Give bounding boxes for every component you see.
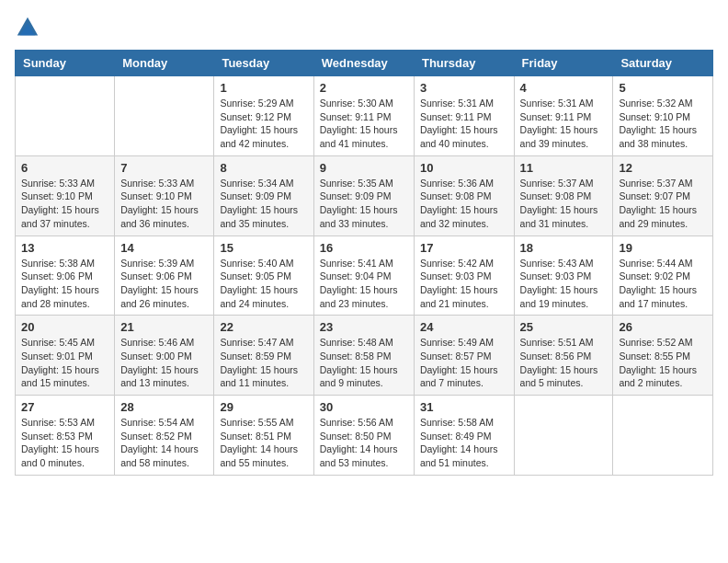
sunset-label: Sunset: 9:06 PM [120,270,192,282]
weekday-header: Sunday [16,51,115,76]
sunrise-label: Sunrise: 5:31 AM [520,98,594,109]
sunset-label: Sunset: 9:10 PM [120,190,192,201]
sunrise-label: Sunrise: 5:58 AM [420,417,494,428]
calendar-cell: 21 Sunrise: 5:46 AM Sunset: 9:00 PM Dayl… [115,316,214,396]
day-number: 4 [520,81,608,95]
day-info: Sunrise: 5:41 AM Sunset: 9:04 PM Dayligh… [320,257,408,311]
day-number: 20 [21,320,108,334]
daylight-label: Daylight: 15 hours and 40 minutes. [420,124,498,149]
day-number: 18 [520,241,608,255]
daylight-label: Daylight: 15 hours and 29 minutes. [619,204,697,229]
calendar-cell: 25 Sunrise: 5:51 AM Sunset: 8:56 PM Dayl… [514,316,613,396]
daylight-label: Daylight: 14 hours and 53 minutes. [320,443,398,468]
calendar-cell: 17 Sunrise: 5:42 AM Sunset: 9:03 PM Dayl… [414,236,514,316]
day-info: Sunrise: 5:56 AM Sunset: 8:50 PM Dayligh… [320,416,408,470]
calendar-cell: 9 Sunrise: 5:35 AM Sunset: 9:09 PM Dayli… [313,155,414,236]
sunrise-label: Sunrise: 5:51 AM [520,337,594,348]
daylight-label: Daylight: 15 hours and 26 minutes. [120,284,199,309]
sunset-label: Sunset: 8:52 PM [120,431,192,442]
day-info: Sunrise: 5:37 AM Sunset: 9:08 PM Dayligh… [520,177,608,231]
calendar-cell: 24 Sunrise: 5:49 AM Sunset: 8:57 PM Dayl… [414,316,514,396]
weekday-header: Monday [115,51,214,76]
sunset-label: Sunset: 9:09 PM [220,190,291,201]
daylight-label: Daylight: 15 hours and 33 minutes. [320,204,398,229]
weekday-header: Tuesday [214,51,313,76]
day-info: Sunrise: 5:52 AM Sunset: 8:55 PM Dayligh… [619,336,707,390]
daylight-label: Daylight: 15 hours and 19 minutes. [520,284,598,309]
calendar-cell: 27 Sunrise: 5:53 AM Sunset: 8:53 PM Dayl… [16,396,115,476]
sunrise-label: Sunrise: 5:43 AM [520,258,594,269]
day-info: Sunrise: 5:45 AM Sunset: 9:01 PM Dayligh… [21,336,108,390]
day-number: 29 [220,400,307,414]
sunrise-label: Sunrise: 5:29 AM [220,98,293,109]
sunset-label: Sunset: 9:07 PM [619,190,690,201]
sunset-label: Sunset: 8:56 PM [520,350,592,362]
sunrise-label: Sunrise: 5:35 AM [320,178,393,189]
calendar-cell: 29 Sunrise: 5:55 AM Sunset: 8:51 PM Dayl… [214,396,313,476]
sunset-label: Sunset: 9:11 PM [320,111,392,122]
sunrise-label: Sunrise: 5:45 AM [21,337,95,348]
calendar-cell: 19 Sunrise: 5:44 AM Sunset: 9:02 PM Dayl… [613,236,713,316]
sunrise-label: Sunrise: 5:48 AM [320,337,393,348]
sunrise-label: Sunrise: 5:39 AM [120,258,194,269]
day-number: 14 [120,241,208,255]
sunset-label: Sunset: 9:12 PM [220,111,291,122]
calendar-cell: 22 Sunrise: 5:47 AM Sunset: 8:59 PM Dayl… [214,316,313,396]
daylight-label: Daylight: 15 hours and 37 minutes. [21,204,99,229]
sunrise-label: Sunrise: 5:30 AM [320,98,393,109]
day-info: Sunrise: 5:44 AM Sunset: 9:02 PM Dayligh… [619,257,707,311]
day-info: Sunrise: 5:34 AM Sunset: 9:09 PM Dayligh… [220,177,307,231]
daylight-label: Daylight: 15 hours and 31 minutes. [520,204,598,229]
calendar-header-row: SundayMondayTuesdayWednesdayThursdayFrid… [16,51,713,76]
sunset-label: Sunset: 9:10 PM [21,190,93,201]
day-info: Sunrise: 5:49 AM Sunset: 8:57 PM Dayligh… [420,336,508,390]
sunrise-label: Sunrise: 5:36 AM [420,178,494,189]
day-info: Sunrise: 5:36 AM Sunset: 9:08 PM Dayligh… [420,177,508,231]
sunset-label: Sunset: 9:08 PM [420,190,492,201]
day-number: 31 [420,400,508,414]
calendar-cell: 13 Sunrise: 5:38 AM Sunset: 9:06 PM Dayl… [16,236,115,316]
sunset-label: Sunset: 8:50 PM [320,431,392,442]
day-info: Sunrise: 5:31 AM Sunset: 9:11 PM Dayligh… [520,97,608,151]
sunrise-label: Sunrise: 5:34 AM [220,178,293,189]
calendar-cell: 15 Sunrise: 5:40 AM Sunset: 9:05 PM Dayl… [214,236,313,316]
day-info: Sunrise: 5:40 AM Sunset: 9:05 PM Dayligh… [220,257,307,311]
day-info: Sunrise: 5:32 AM Sunset: 9:10 PM Dayligh… [619,97,707,151]
day-info: Sunrise: 5:46 AM Sunset: 9:00 PM Dayligh… [120,336,208,390]
day-number: 1 [220,81,307,95]
day-info: Sunrise: 5:48 AM Sunset: 8:58 PM Dayligh… [320,336,408,390]
calendar-cell [115,76,214,156]
day-number: 23 [320,320,408,334]
day-number: 19 [619,241,707,255]
calendar-cell: 26 Sunrise: 5:52 AM Sunset: 8:55 PM Dayl… [613,316,713,396]
daylight-label: Daylight: 15 hours and 13 minutes. [120,364,199,389]
sunrise-label: Sunrise: 5:32 AM [619,98,692,109]
sunrise-label: Sunrise: 5:31 AM [420,98,494,109]
daylight-label: Daylight: 15 hours and 23 minutes. [320,284,398,309]
sunset-label: Sunset: 9:03 PM [520,270,592,282]
day-info: Sunrise: 5:43 AM Sunset: 9:03 PM Dayligh… [520,257,608,311]
day-number: 27 [21,400,108,414]
daylight-label: Daylight: 15 hours and 41 minutes. [320,124,398,149]
sunset-label: Sunset: 9:06 PM [21,270,93,282]
daylight-label: Daylight: 15 hours and 35 minutes. [220,204,298,229]
daylight-label: Daylight: 14 hours and 58 minutes. [120,443,199,468]
calendar-cell: 1 Sunrise: 5:29 AM Sunset: 9:12 PM Dayli… [214,76,313,156]
sunrise-label: Sunrise: 5:54 AM [120,417,194,428]
sunrise-label: Sunrise: 5:37 AM [619,178,692,189]
calendar-cell: 7 Sunrise: 5:33 AM Sunset: 9:10 PM Dayli… [115,155,214,236]
sunset-label: Sunset: 9:08 PM [520,190,592,201]
day-number: 6 [21,161,108,175]
calendar-cell [613,396,713,476]
sunrise-label: Sunrise: 5:44 AM [619,258,692,269]
day-number: 7 [120,161,208,175]
day-info: Sunrise: 5:35 AM Sunset: 9:09 PM Dayligh… [320,177,408,231]
calendar-cell: 31 Sunrise: 5:58 AM Sunset: 8:49 PM Dayl… [414,396,514,476]
sunrise-label: Sunrise: 5:33 AM [120,178,194,189]
day-info: Sunrise: 5:37 AM Sunset: 9:07 PM Dayligh… [619,177,707,231]
sunset-label: Sunset: 8:49 PM [420,431,492,442]
calendar-cell: 16 Sunrise: 5:41 AM Sunset: 9:04 PM Dayl… [313,236,414,316]
calendar-cell [16,76,115,156]
day-info: Sunrise: 5:54 AM Sunset: 8:52 PM Dayligh… [120,416,208,470]
sunrise-label: Sunrise: 5:33 AM [21,178,95,189]
